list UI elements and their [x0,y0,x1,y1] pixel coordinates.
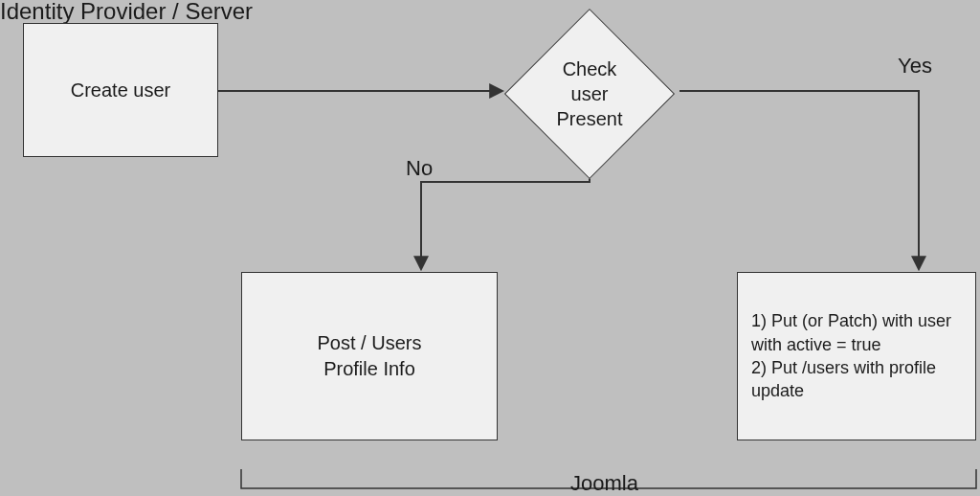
branch-yes-label: Yes [898,54,932,79]
footer-label: Joomla [570,471,638,496]
node-put-patch-text: 1) Put (or Patch) with user with active … [751,309,962,402]
node-check-user-text: Check user Present [557,56,623,131]
diagram-canvas: Identity Provider / Server Create user C… [0,0,980,496]
node-post-users: Post / Users Profile Info [241,272,498,440]
node-create-user: Create user [23,23,218,157]
node-create-user-text: Create user [71,78,171,103]
branch-no-label: No [406,156,433,181]
title-label: Identity Provider / Server [0,0,253,25]
node-post-users-text: Post / Users Profile Info [318,330,422,382]
node-check-user: Check user Present [505,10,674,178]
node-put-patch: 1) Put (or Patch) with user with active … [737,272,976,440]
